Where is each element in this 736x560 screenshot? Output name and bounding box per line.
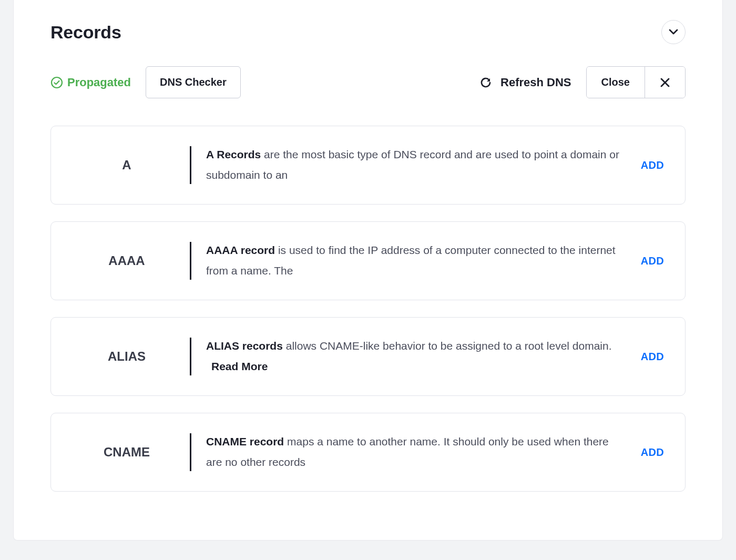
header-row: Records [50,20,686,44]
record-desc-text: allows CNAME-like behavior to be assigne… [283,340,612,352]
close-icon [660,77,670,88]
close-button[interactable]: Close [587,67,645,98]
record-desc-text: are the most basic type of DNS record an… [206,148,619,181]
record-type-label: ALIAS [69,349,185,364]
divider [190,146,191,184]
record-card-alias: ALIAS ALIAS records allows CNAME-like be… [50,317,686,396]
chevron-down-icon [669,29,678,35]
refresh-label: Refresh DNS [500,76,571,89]
record-description: A Records are the most basic type of DNS… [206,145,630,186]
close-button-group: Close [586,66,686,98]
record-desc-bold: ALIAS records [206,340,283,352]
record-description: ALIAS records allows CNAME-like behavior… [206,336,630,377]
record-card-a: A A Records are the most basic type of D… [50,126,686,205]
record-desc-bold: AAAA record [206,244,275,256]
records-panel: Records Propagated DNS Checker Refresh D… [13,0,723,541]
divider [190,433,191,471]
read-more-link[interactable]: Read More [211,360,268,372]
refresh-icon [479,76,492,89]
check-circle-icon [50,76,63,89]
record-type-label: CNAME [69,445,185,460]
add-record-button[interactable]: ADD [630,446,667,459]
add-record-button[interactable]: ADD [630,159,667,171]
propagation-status: Propagated [50,76,131,89]
close-x-button[interactable] [645,67,685,98]
toolbar: Propagated DNS Checker Refresh DNS Close [50,66,686,98]
divider [190,242,191,280]
record-type-label: A [69,158,185,172]
divider [190,338,191,375]
page-title: Records [50,22,121,43]
record-card-aaaa: AAAA AAAA record is used to find the IP … [50,221,686,300]
record-description: CNAME record maps a name to another name… [206,432,630,473]
record-desc-bold: A Records [206,148,261,160]
record-type-label: AAAA [69,253,185,268]
add-record-button[interactable]: ADD [630,255,667,267]
svg-point-0 [52,77,62,88]
add-record-button[interactable]: ADD [630,351,667,363]
collapse-toggle[interactable] [661,20,686,44]
status-label: Propagated [67,76,131,89]
record-card-cname: CNAME CNAME record maps a name to anothe… [50,413,686,492]
record-description: AAAA record is used to find the IP addre… [206,240,630,281]
record-desc-bold: CNAME record [206,435,284,447]
refresh-dns-button[interactable]: Refresh DNS [479,76,571,89]
dns-checker-button[interactable]: DNS Checker [146,66,241,98]
